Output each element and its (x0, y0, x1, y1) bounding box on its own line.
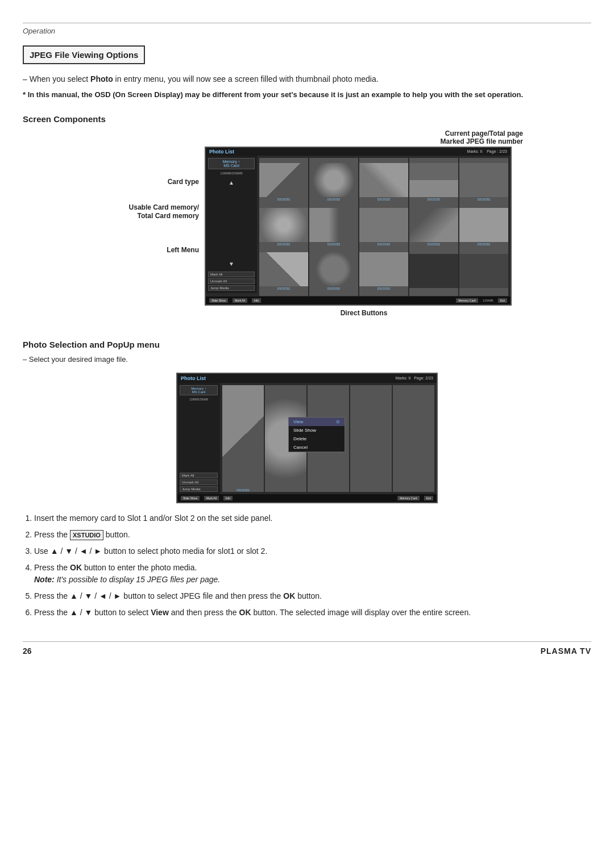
intro-text: – When you select Photo in entry menu, y… (23, 74, 591, 84)
callout-current-page: Current page/Total page (441, 130, 523, 137)
step-4: Press the OK button to enter the photo m… (34, 562, 591, 586)
step-6: Press the ▲ / ▼ button to select View an… (34, 607, 591, 619)
tv-screen-1: Photo List Marks: II Page : 2/23 Memory … (205, 147, 512, 306)
popup-delete: Delete (289, 435, 345, 443)
footer-brand: PLASMA TV (541, 646, 591, 656)
tv1-nav-down: ▼ (208, 261, 255, 267)
photo-selection-heading: Photo Selection and PopUp menu (23, 340, 591, 349)
screen-components-heading: Screen Components (23, 114, 591, 124)
note-text: * In this manual, the OSD (On Screen Dis… (23, 89, 591, 101)
tv2-marks-page: Marks: II Page: 2/23 (395, 376, 433, 380)
callout-card-type: Card type (168, 178, 199, 186)
popup-slideshow: Slide Show (289, 426, 345, 435)
popup-cancel: Cancel (289, 443, 345, 452)
operation-label: Operation (23, 27, 591, 35)
tv1-card-type: Memory ↑MS Card (208, 158, 255, 169)
steps-list: Insert the memory card to Slot 1 and/or … (34, 512, 591, 619)
tv2-bottom-bar: Slide Show Mark All Info Memory Card Exi… (177, 494, 437, 502)
popup-diagram: Photo List Marks: II Page: 2/23 Memory ↑… (23, 373, 591, 503)
photo-selection-note: – Select your desired image file. (23, 355, 591, 364)
top-rule (23, 23, 591, 23)
tv1-marks: Marks: II Page : 2/23 (467, 149, 507, 153)
step-5: Press the ▲ / ▼ / ◄ / ► button to select… (34, 590, 591, 602)
tv1-bottom-bar: Slide Show Mark All Info Memory Card 129… (206, 297, 511, 304)
tv1-card-memory: 128MB/256MB (208, 172, 255, 175)
tv-screen-2: Photo List Marks: II Page: 2/23 Memory ↑… (176, 373, 438, 503)
section-title: JPEG File Viewing Options (23, 45, 145, 64)
callout-marked-jpeg: Marked JPEG file number (441, 137, 523, 145)
callout-left-menu: Left Menu (167, 246, 199, 254)
step-1: Insert the memory card to Slot 1 and/or … (34, 512, 591, 524)
step-3: Use ▲ / ▼ / ◄ / ► button to select photo… (34, 545, 591, 557)
footer-page-number: 26 (23, 646, 32, 656)
tv2-title: Photo List (181, 375, 206, 381)
tv1-nav-up: ▲ (208, 180, 255, 186)
tv1-title: Photo List (209, 149, 234, 155)
tv1-left-menu: Mark All Unmark All Jump Media (208, 272, 255, 291)
popup-menu: View Slide Show Delete Cancel (288, 417, 345, 452)
step-2: Press the XSTUDIO button. (34, 529, 591, 541)
callout-direct-buttons: Direct Buttons (205, 309, 523, 317)
footer: 26 PLASMA TV (23, 641, 591, 656)
xstudio-button-inline: XSTUDIO (70, 530, 103, 541)
callout-usable-card: Usable Card memory/ Total Card memory (129, 203, 199, 221)
popup-view: View (289, 418, 345, 426)
screen-components-diagram: Current page/Total page Marked JPEG file… (23, 130, 591, 317)
tv1-thumb-grid: DSCR252 DSCR252 DSCR252 DSCR252 DSCR252 … (257, 156, 511, 293)
